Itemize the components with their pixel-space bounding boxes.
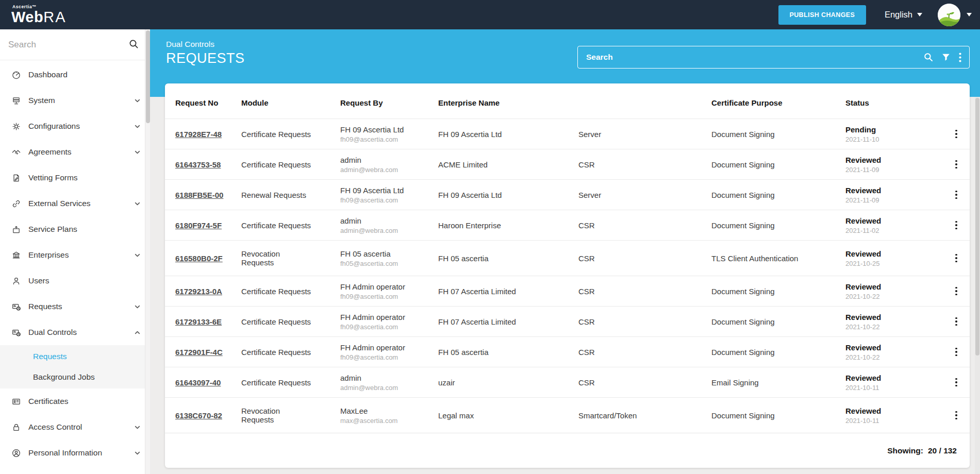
sidebar-item-dual-controls[interactable]: Dual Controls xyxy=(0,319,150,345)
sidebar-item-personal-information[interactable]: Personal Information xyxy=(0,440,150,466)
more-options-icon[interactable] xyxy=(959,53,961,62)
chevron-down-icon xyxy=(134,450,141,456)
table-row: 61729213-0ACertificate RequestsFH Admin … xyxy=(165,276,970,306)
purpose-cell: Email Signing xyxy=(711,378,845,387)
sidebar-item-requests[interactable]: Requests xyxy=(0,294,150,319)
request-by-email: admin@webra.com xyxy=(340,384,429,392)
chevron-down-icon xyxy=(134,252,141,259)
enterprises-icon xyxy=(11,250,21,260)
sidebar-item-label: Personal Information xyxy=(28,448,102,458)
submenu-dual-controls: RequestsBackground Jobs xyxy=(0,345,150,388)
request-no-link[interactable]: 61729133-6E xyxy=(175,317,222,326)
publish-changes-button[interactable]: PUBLISH CHANGES xyxy=(778,5,866,25)
row-actions-icon[interactable] xyxy=(950,315,963,328)
request-no-link[interactable]: 6180F974-5F xyxy=(175,221,222,230)
dual-controls-icon xyxy=(11,327,21,337)
row-actions-icon[interactable] xyxy=(950,251,963,265)
request-by-email: fh09@ascertia.com xyxy=(340,323,429,331)
sidebar-item-configurations[interactable]: Configurations xyxy=(0,113,150,139)
brand-webra: WebRA xyxy=(11,10,67,25)
request-no-link[interactable]: 6138C670-82 xyxy=(175,411,222,420)
request-no-link[interactable]: 61643097-40 xyxy=(175,378,221,387)
table-row: 6180F974-5FCertificate Requestsadminadmi… xyxy=(165,210,970,240)
request-no-link[interactable]: 6188FB5E-00 xyxy=(175,191,223,199)
row-actions-icon[interactable] xyxy=(950,376,963,389)
chevron-down-icon xyxy=(134,200,141,207)
enterprise-cell: FH 05 ascertia xyxy=(438,254,578,263)
sidebar-search-input[interactable] xyxy=(8,40,136,50)
status-date: 2021-11-10 xyxy=(845,136,931,143)
avatar[interactable] xyxy=(938,4,960,26)
status-cell: Reviewed2021-10-22 xyxy=(845,343,940,361)
sidebar-item-agreements[interactable]: Agreements xyxy=(0,139,150,165)
request-by-cell: FH 05 ascertiafh05@ascertia.com xyxy=(340,249,438,267)
purpose-cell: Document Signing xyxy=(711,130,845,139)
filter-icon[interactable] xyxy=(942,54,950,61)
request-by-cell: FH 09 Ascertia Ltdfh09@ascertia.com xyxy=(340,125,438,143)
sidebar-scrollbar-thumb[interactable] xyxy=(146,30,150,123)
sidebar-item-label: Service Plans xyxy=(28,225,77,234)
key-type-cell: CSR xyxy=(578,254,711,263)
row-actions-icon[interactable] xyxy=(950,218,963,232)
status-cell: Reviewed2021-10-11 xyxy=(845,407,940,425)
chevron-up-icon xyxy=(134,329,141,336)
brand-ascertia: Ascertia™ xyxy=(12,5,67,9)
column-header-request-no: Request No xyxy=(175,98,241,107)
sidebar-item-users[interactable]: Users xyxy=(0,268,150,294)
module-cell: Certificate Requests xyxy=(241,130,340,139)
sidebar-item-label: Vetting Forms xyxy=(28,173,78,182)
request-no-link[interactable]: 616580B0-2F xyxy=(175,254,223,263)
table-row: 616580B0-2FRevocation RequestsFH 05 asce… xyxy=(165,240,970,276)
table-row: 6138C670-82Revocation RequestsMaxLeemax@… xyxy=(165,397,970,433)
sidebar-item-dashboard[interactable]: Dashboard xyxy=(0,62,150,88)
row-actions-icon[interactable] xyxy=(950,158,963,171)
submenu-item-background-jobs[interactable]: Background Jobs xyxy=(0,367,150,387)
chevron-down-icon xyxy=(134,424,141,431)
sidebar-item-label: Configurations xyxy=(28,122,80,131)
request-no-link[interactable]: 6172901F-4C xyxy=(175,348,223,357)
sidebar-item-certificates[interactable]: Certificates xyxy=(0,388,150,414)
request-by-cell: adminadmin@webra.com xyxy=(340,156,438,174)
purpose-cell: Document Signing xyxy=(711,411,845,420)
sidebar-item-label: Dashboard xyxy=(28,70,68,79)
sidebar-item-access-control[interactable]: Access Control xyxy=(0,414,150,440)
request-no-link[interactable]: 61729213-0A xyxy=(175,287,222,296)
status-cell: Reviewed2021-11-09 xyxy=(845,156,940,174)
row-actions-icon[interactable] xyxy=(950,127,963,141)
request-by-cell: MaxLeemax@ascertia.com xyxy=(340,407,438,425)
enterprise-cell: FH 09 Ascertia Ltd xyxy=(438,130,578,139)
row-actions-icon[interactable] xyxy=(950,409,963,422)
language-selector[interactable]: English xyxy=(885,10,922,20)
request-no-link[interactable]: 617928E7-48 xyxy=(175,130,222,139)
row-actions-icon[interactable] xyxy=(950,345,963,359)
sidebar-item-system[interactable]: System xyxy=(0,88,150,113)
table-search-actions xyxy=(924,53,969,62)
submenu-item-requests[interactable]: Requests xyxy=(0,346,150,367)
sidebar-item-vetting-forms[interactable]: Vetting Forms xyxy=(0,165,150,191)
key-type-cell: CSR xyxy=(578,221,711,230)
enterprise-cell: uzair xyxy=(438,378,578,387)
search-icon[interactable] xyxy=(129,39,139,51)
showing-label: Showing: xyxy=(887,446,923,455)
chevron-down-icon xyxy=(917,13,922,16)
page-titles: Dual Controls REQUESTS xyxy=(166,40,245,66)
page-scrollbar xyxy=(975,97,980,474)
sidebar-item-label: Dual Controls xyxy=(28,328,77,337)
page-scrollbar-thumb[interactable] xyxy=(975,98,979,356)
sidebar-item-service-plans[interactable]: Service Plans xyxy=(0,216,150,242)
purpose-cell: Document Signing xyxy=(711,317,845,326)
request-by-email: fh09@ascertia.com xyxy=(340,353,429,361)
table-search-input[interactable] xyxy=(578,53,924,62)
search-icon[interactable] xyxy=(924,53,933,62)
sidebar-item-partial[interactable] xyxy=(0,466,150,474)
module-cell: Certificate Requests xyxy=(241,221,340,230)
profile-menu-chevron-icon[interactable] xyxy=(967,13,972,16)
table-row: 6188FB5E-00Renewal RequestsFH 09 Ascerti… xyxy=(165,179,970,210)
row-actions-icon[interactable] xyxy=(950,188,963,201)
sidebar-item-external-services[interactable]: External Services xyxy=(0,191,150,216)
row-actions-icon[interactable] xyxy=(950,284,963,298)
request-no-link[interactable]: 61643753-58 xyxy=(175,160,221,169)
module-cell: Revocation Requests xyxy=(241,249,340,267)
chevron-down-icon xyxy=(134,303,141,310)
sidebar-item-enterprises[interactable]: Enterprises xyxy=(0,242,150,268)
